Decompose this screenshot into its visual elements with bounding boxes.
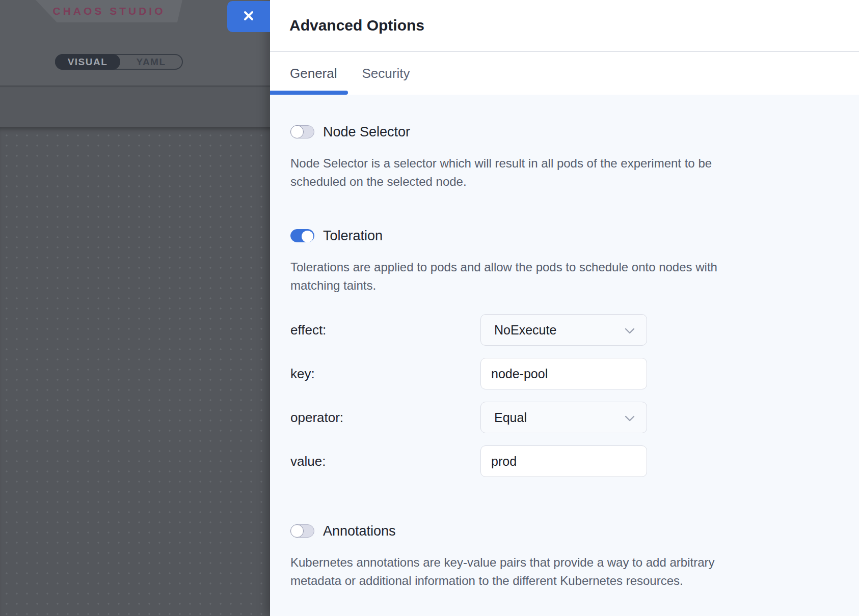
screen: CHAOS STUDIO VISUAL YAML Advanced Option… [0,0,859,616]
toleration-form: effect: NoExecute key: operator: [290,314,818,477]
visual-mode-button[interactable]: VISUAL [55,54,120,70]
chaos-studio-banner: CHAOS STUDIO [36,0,182,22]
effect-select-value: NoExecute [494,323,556,338]
key-field-row: key: [290,358,818,389]
general-tab-panel: Node Selector Node Selector is a selecto… [270,95,859,616]
value-field-row: value: [290,445,818,477]
key-input[interactable] [480,358,647,389]
annotations-description: Kubernetes annotations are key-value pai… [290,553,818,590]
operator-field-row: operator: Equal [290,402,818,433]
node-selector-row: Node Selector [290,125,818,139]
effect-field-label: effect: [290,322,480,338]
toleration-description: Tolerations are applied to pods and allo… [290,258,818,295]
toggle-knob [302,231,313,242]
app-title: CHAOS STUDIO [52,5,165,17]
chevron-down-icon [624,410,635,425]
effect-field-row: effect: NoExecute [290,314,818,346]
node-selector-label: Node Selector [323,124,410,140]
view-mode-toggle[interactable]: VISUAL YAML [55,54,183,70]
close-button[interactable] [227,1,270,32]
toggle-knob [290,524,304,538]
tab-general[interactable]: General [290,66,337,81]
toleration-toggle[interactable] [290,229,314,242]
description-line: Kubernetes annotations are key-value pai… [290,553,818,572]
operator-select-value: Equal [494,410,527,425]
toleration-label: Toleration [323,228,383,244]
description-line: Tolerations are applied to pods and allo… [290,258,818,276]
description-line: matching taints. [290,276,818,295]
tab-bar: General Security [270,52,859,95]
operator-field-label: operator: [290,410,480,426]
key-field-label: key: [290,366,480,382]
description-line: metadata or additional information to th… [290,572,818,590]
tab-security[interactable]: Security [362,66,410,81]
value-input[interactable] [480,445,647,477]
value-field-label: value: [290,454,480,469]
advanced-options-drawer: Advanced Options General Security Node S… [270,0,859,616]
description-line: Node Selector is a selector which will r… [290,154,818,173]
description-line: scheduled on the selected node. [290,173,818,191]
operator-select[interactable]: Equal [480,402,647,433]
annotations-toggle[interactable] [290,524,314,538]
toleration-row: Toleration [290,229,818,243]
annotations-label: Annotations [323,523,396,539]
node-selector-toggle[interactable] [290,125,314,138]
effect-select[interactable]: NoExecute [480,314,647,346]
drawer-header: Advanced Options [270,0,859,52]
node-selector-description: Node Selector is a selector which will r… [290,154,818,191]
yaml-mode-button[interactable]: YAML [120,55,182,69]
background-app: CHAOS STUDIO VISUAL YAML [0,0,270,616]
toggle-knob [290,125,304,138]
background-toolbar [0,88,270,127]
active-tab-indicator [270,91,348,95]
drawer-title: Advanced Options [289,17,424,34]
close-icon [241,8,256,25]
chevron-down-icon [624,323,635,338]
experiment-canvas [0,127,270,616]
annotations-row: Annotations [290,524,818,538]
